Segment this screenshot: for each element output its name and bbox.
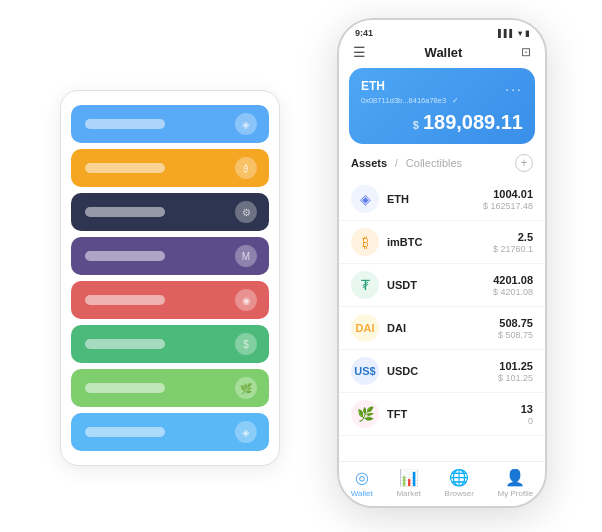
asset-list: ◈ ETH 1004.01 $ 162517.48 ₿ imBTC 2.5 $ …: [339, 178, 545, 461]
asset-values: 1004.01 $ 162517.48: [483, 188, 533, 211]
balance-coin: ETH: [361, 79, 385, 93]
menu-icon[interactable]: ☰: [353, 44, 366, 60]
usdt-coin-icon: ₮: [351, 271, 379, 299]
asset-amount: 13: [521, 403, 533, 415]
asset-name: USDC: [387, 365, 498, 377]
tab-divider: /: [395, 158, 398, 169]
stack-card-label: [85, 427, 165, 437]
asset-values: 4201.08 $ 4201.08: [493, 274, 533, 297]
browser-nav-icon: 🌐: [449, 468, 469, 487]
stack-card-label: [85, 119, 165, 129]
asset-usd: $ 508.75: [498, 330, 533, 340]
phone-header: ☰ Wallet ⊡: [339, 38, 545, 68]
stack-card-2: ⚙: [71, 193, 269, 231]
nav-item-browser[interactable]: 🌐 Browser: [445, 468, 474, 498]
table-row[interactable]: ◈ ETH 1004.01 $ 162517.48: [339, 178, 545, 221]
stack-card-label: [85, 207, 165, 217]
asset-usd: $ 162517.48: [483, 201, 533, 211]
status-bar: 9:41 ▌▌▌ ▾ ▮: [339, 20, 545, 38]
nav-label-browser: Browser: [445, 489, 474, 498]
asset-usd: $ 21760.1: [493, 244, 533, 254]
tft-coin-icon: 🌿: [351, 400, 379, 428]
stack-card-icon: ◈: [235, 421, 257, 443]
stack-card-icon: ⚙: [235, 201, 257, 223]
table-row[interactable]: ₮ USDT 4201.08 $ 4201.08: [339, 264, 545, 307]
asset-name: ETH: [387, 193, 483, 205]
assets-header: Assets / Collectibles +: [339, 154, 545, 178]
imbtc-coin-icon: ₿: [351, 228, 379, 256]
asset-usd: 0: [521, 416, 533, 426]
wallet-nav-icon: ◎: [355, 468, 369, 487]
table-row[interactable]: 🌿 TFT 13 0: [339, 393, 545, 436]
status-icons: ▌▌▌ ▾ ▮: [498, 29, 529, 38]
stack-card-icon: M: [235, 245, 257, 267]
wifi-icon: ▾: [518, 29, 522, 38]
balance-more-icon[interactable]: ...: [505, 78, 523, 94]
stack-card-label: [85, 339, 165, 349]
nav-item-profile[interactable]: 👤 My Profile: [498, 468, 534, 498]
asset-usd: $ 101.25: [498, 373, 533, 383]
nav-item-market[interactable]: 📊 Market: [396, 468, 420, 498]
stack-card-4: ◉: [71, 281, 269, 319]
battery-icon: ▮: [525, 29, 529, 38]
stack-card-icon: $: [235, 333, 257, 355]
stack-card-7: ◈: [71, 413, 269, 451]
stack-card-label: [85, 163, 165, 173]
asset-amount: 508.75: [498, 317, 533, 329]
asset-name: TFT: [387, 408, 521, 420]
stack-card-icon: 🌿: [235, 377, 257, 399]
asset-amount: 2.5: [493, 231, 533, 243]
stack-card-5: $: [71, 325, 269, 363]
tab-collectibles[interactable]: Collectibles: [406, 157, 462, 169]
page-title: Wallet: [425, 45, 463, 60]
scan-icon[interactable]: ⊡: [521, 45, 531, 59]
usdc-coin-icon: US$: [351, 357, 379, 385]
market-nav-icon: 📊: [399, 468, 419, 487]
asset-name: USDT: [387, 279, 493, 291]
signal-icon: ▌▌▌: [498, 29, 515, 38]
stack-card-label: [85, 383, 165, 393]
table-row[interactable]: ₿ imBTC 2.5 $ 21760.1: [339, 221, 545, 264]
nav-label-wallet: Wallet: [351, 489, 373, 498]
stack-card-icon: ₿: [235, 157, 257, 179]
stack-card-icon: ◉: [235, 289, 257, 311]
asset-values: 508.75 $ 508.75: [498, 317, 533, 340]
table-row[interactable]: DAI DAI 508.75 $ 508.75: [339, 307, 545, 350]
assets-tabs: Assets / Collectibles: [351, 157, 462, 169]
stack-card-3: M: [71, 237, 269, 275]
balance-amount: $189,089.11: [361, 111, 523, 134]
phone-content: ETH ... 0x08711d3b...8416a78e3 ✓ $189,08…: [339, 68, 545, 461]
eth-coin-icon: ◈: [351, 185, 379, 213]
asset-amount: 101.25: [498, 360, 533, 372]
stack-card-6: 🌿: [71, 369, 269, 407]
asset-values: 13 0: [521, 403, 533, 426]
balance-card: ETH ... 0x08711d3b...8416a78e3 ✓ $189,08…: [349, 68, 535, 144]
profile-nav-icon: 👤: [505, 468, 525, 487]
dai-coin-icon: DAI: [351, 314, 379, 342]
card-stack-device: ◈ ₿ ⚙ M ◉ $ 🌿 ◈: [60, 90, 280, 466]
stack-card-0: ◈: [71, 105, 269, 143]
balance-card-top: ETH ...: [361, 78, 523, 94]
tab-assets[interactable]: Assets: [351, 157, 387, 169]
stack-card-label: [85, 295, 165, 305]
address-checkmark: ✓: [452, 96, 459, 105]
nav-label-profile: My Profile: [498, 489, 534, 498]
balance-address: 0x08711d3b...8416a78e3 ✓: [361, 96, 523, 105]
table-row[interactable]: US$ USDC 101.25 $ 101.25: [339, 350, 545, 393]
asset-amount: 4201.08: [493, 274, 533, 286]
stack-card-icon: ◈: [235, 113, 257, 135]
asset-amount: 1004.01: [483, 188, 533, 200]
add-asset-button[interactable]: +: [515, 154, 533, 172]
status-time: 9:41: [355, 28, 373, 38]
asset-values: 2.5 $ 21760.1: [493, 231, 533, 254]
nav-item-wallet[interactable]: ◎ Wallet: [351, 468, 373, 498]
nav-label-market: Market: [396, 489, 420, 498]
asset-values: 101.25 $ 101.25: [498, 360, 533, 383]
bottom-nav: ◎ Wallet 📊 Market 🌐 Browser 👤 My Profile: [339, 461, 545, 506]
phone-frame: 9:41 ▌▌▌ ▾ ▮ ☰ Wallet ⊡ ETH ... 0x08711d…: [337, 18, 547, 508]
asset-name: DAI: [387, 322, 498, 334]
asset-usd: $ 4201.08: [493, 287, 533, 297]
stack-card-label: [85, 251, 165, 261]
stack-card-1: ₿: [71, 149, 269, 187]
asset-name: imBTC: [387, 236, 493, 248]
